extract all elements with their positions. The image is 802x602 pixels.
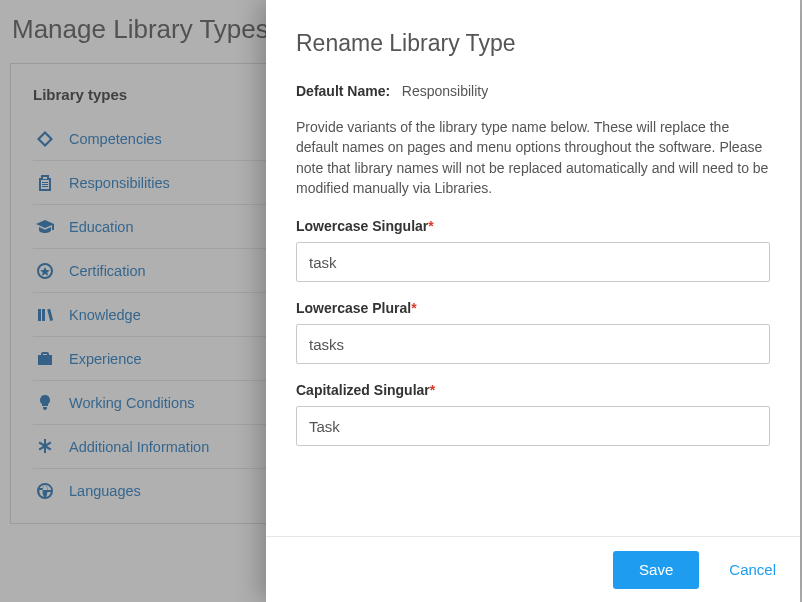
field-capitalized-singular: Capitalized Singular* — [296, 382, 770, 446]
required-marker: * — [428, 218, 433, 234]
default-name-line: Default Name: Responsibility — [296, 83, 770, 99]
rename-modal: Rename Library Type Default Name: Respon… — [266, 0, 800, 602]
save-button[interactable]: Save — [613, 551, 699, 589]
field-lowercase-plural: Lowercase Plural* — [296, 300, 770, 364]
modal-footer: Save Cancel — [266, 536, 800, 602]
field-lowercase-singular: Lowercase Singular* — [296, 218, 770, 282]
cancel-button[interactable]: Cancel — [729, 561, 776, 578]
modal-body: Rename Library Type Default Name: Respon… — [266, 0, 800, 536]
label-lowercase-plural: Lowercase Plural* — [296, 300, 770, 316]
required-marker: * — [430, 382, 435, 398]
default-name-label: Default Name: — [296, 83, 390, 99]
required-marker: * — [411, 300, 416, 316]
input-capitalized-singular[interactable] — [296, 406, 770, 446]
label-lowercase-singular: Lowercase Singular* — [296, 218, 770, 234]
modal-title: Rename Library Type — [296, 30, 770, 57]
input-lowercase-singular[interactable] — [296, 242, 770, 282]
modal-description: Provide variants of the library type nam… — [296, 117, 770, 198]
default-name-value: Responsibility — [402, 83, 488, 99]
label-capitalized-singular: Capitalized Singular* — [296, 382, 770, 398]
input-lowercase-plural[interactable] — [296, 324, 770, 364]
